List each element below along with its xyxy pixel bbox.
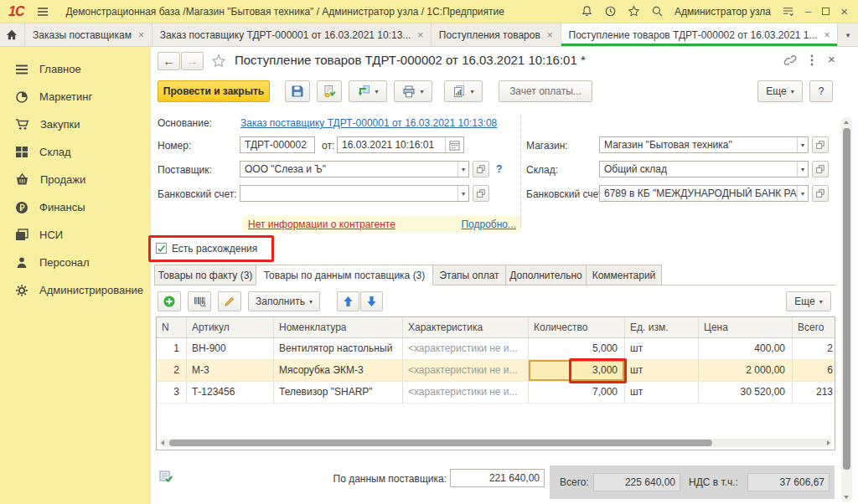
chevron-down-icon[interactable]: ▾ — [797, 186, 808, 201]
scroll-up-icon[interactable] — [844, 121, 849, 124]
details-link[interactable]: Подробно... — [461, 219, 516, 230]
view-tab-additional[interactable]: Дополнительно — [505, 265, 587, 285]
help-button[interactable]: ? — [809, 80, 833, 102]
move-row-up-button[interactable] — [337, 291, 359, 311]
sidebar-item-finance[interactable]: Финансы — [0, 193, 151, 221]
sidebar-item-personnel[interactable]: Персонал — [0, 249, 151, 276]
sidebar-item-purchases[interactable]: Закупки — [0, 111, 151, 138]
close-tab-icon[interactable]: × — [417, 29, 423, 41]
filled-by-supplier-doc-icon[interactable] — [159, 470, 173, 484]
move-row-down-button[interactable] — [360, 291, 383, 311]
col-header-unit[interactable]: Ед. изм. — [625, 317, 699, 337]
chevron-down-icon[interactable]: ▾ — [797, 162, 808, 177]
warehouse-field[interactable]: Общий склад ▾ — [599, 161, 809, 177]
post-document-button[interactable] — [317, 80, 342, 102]
open-bank-account-button[interactable] — [473, 185, 489, 202]
shop-field[interactable]: Магазин "Бытовая техника" ▾ — [599, 136, 809, 153]
more-dots-icon[interactable] — [810, 54, 814, 66]
chevron-down-icon[interactable]: ▾ — [457, 186, 468, 201]
post-and-close-button[interactable]: Провести и закрыть — [158, 80, 270, 102]
tab-goods-receipt-active[interactable]: Поступление товаров ТДРТ-000002 от 16.03… — [561, 23, 838, 46]
open-supplier-button[interactable] — [473, 161, 489, 177]
view-tab-payment-stages[interactable]: Этапы оплат — [432, 265, 506, 285]
service-menu-icon[interactable] — [782, 6, 794, 17]
col-header-total[interactable]: Всего — [793, 317, 835, 337]
calendar-icon[interactable] — [445, 137, 463, 152]
table-row[interactable]: 3 Т-123456 Телевизор "SHARP" <характерис… — [157, 382, 835, 404]
notifications-bell-icon[interactable] — [581, 5, 593, 18]
create-based-on-button[interactable]: ▾ — [349, 80, 387, 102]
col-header-quantity[interactable]: Количество — [529, 317, 625, 337]
scroll-down-icon[interactable] — [844, 496, 849, 499]
sidebar-item-main[interactable]: Главное — [0, 55, 151, 83]
close-tab-icon[interactable]: × — [824, 29, 830, 41]
forward-button[interactable]: → — [181, 52, 204, 70]
number-field[interactable]: ТДРТ-000002 — [240, 136, 315, 153]
reports-button[interactable]: ▾ — [444, 80, 483, 102]
tab-supplier-order[interactable]: Заказ поставщику ТДРТ-000001 от 16.03.20… — [152, 23, 432, 46]
favorites-star-icon[interactable] — [628, 5, 640, 18]
view-tab-comment[interactable]: Комментарий — [586, 265, 662, 285]
table-row[interactable]: 1 ВН-900 Вентилятор настольный <характер… — [157, 338, 835, 360]
supplier-help-icon[interactable]: ? — [496, 163, 502, 175]
close-document-icon[interactable]: × — [828, 53, 835, 65]
scroll-right-icon[interactable] — [827, 440, 830, 445]
close-window-button[interactable]: × — [840, 5, 848, 18]
tab-orders-list[interactable]: Заказы поставщикам × — [25, 23, 152, 46]
tab-goods-receipts-list[interactable]: Поступления товаров × — [432, 23, 561, 46]
date-field[interactable]: 16.03.2021 10:16:01 — [337, 136, 464, 153]
edit-row-button[interactable] — [218, 291, 241, 311]
maximize-button[interactable] — [822, 8, 830, 15]
col-header-price[interactable]: Цена — [699, 317, 793, 337]
table-row-selected[interactable]: 2 М-3 Мясорубка ЭКМ-3 <характеристики не… — [157, 360, 835, 382]
close-tab-icon[interactable]: × — [138, 29, 144, 41]
counterparty-warning-link[interactable]: Нет информации о контрагенте — [248, 219, 395, 230]
open-shop-button[interactable] — [812, 136, 829, 153]
bank-account2-field[interactable]: 6789 в КБ "МЕЖДУНАРОДНЫЙ БАНК РАЗ ▾ — [599, 185, 809, 202]
payment-offset-button[interactable]: Зачет оплаты... — [499, 80, 592, 102]
view-tab-goods-supplier-data[interactable]: Товары по данным поставщика (3) — [256, 265, 433, 285]
save-button[interactable] — [285, 80, 310, 102]
form-vertical-scrollbar[interactable] — [841, 117, 852, 502]
open-bank-account2-button[interactable] — [812, 185, 829, 202]
get-link-icon[interactable] — [783, 54, 797, 67]
search-icon[interactable] — [651, 5, 664, 18]
add-row-button[interactable] — [158, 291, 181, 311]
chevron-down-icon[interactable]: ▾ — [797, 137, 808, 152]
current-user[interactable]: Администратор узла — [675, 6, 771, 18]
minimize-button[interactable]: – — [805, 6, 811, 17]
sidebar-item-nsi[interactable]: НСИ — [0, 221, 151, 249]
scroll-left-icon[interactable] — [161, 440, 164, 445]
scrollbar-thumb[interactable] — [169, 440, 712, 446]
table-horizontal-scrollbar[interactable] — [159, 439, 832, 447]
supplier-total-field[interactable]: 221 640,00 — [450, 469, 545, 487]
sidebar-item-warehouse[interactable]: Склад — [0, 138, 151, 166]
main-menu-icon[interactable] — [37, 7, 49, 17]
history-icon[interactable] — [604, 5, 617, 18]
col-header-nomenclature[interactable]: Номенклатура — [274, 317, 403, 337]
sidebar-item-sales[interactable]: Продажи — [0, 166, 151, 193]
sidebar-item-marketing[interactable]: Маркетинг — [0, 83, 151, 111]
print-button[interactable]: ▾ — [394, 80, 432, 102]
view-tab-goods-fact[interactable]: Товары по факту (3) — [154, 265, 256, 285]
bank-account-field[interactable]: ▾ — [240, 185, 469, 202]
open-warehouse-button[interactable] — [812, 161, 829, 177]
scrollbar-thumb[interactable] — [843, 128, 850, 470]
favorite-star-icon[interactable] — [211, 54, 226, 69]
fill-button[interactable]: Заполнить▾ — [248, 291, 320, 311]
supplier-field[interactable]: ООО "Слеза и Ъ" ▾ — [240, 161, 469, 177]
barcode-scan-button[interactable] — [188, 291, 211, 311]
col-header-n[interactable]: N — [157, 317, 187, 337]
col-header-characteristic[interactable]: Характеристика — [403, 317, 529, 337]
close-tab-icon[interactable]: × — [547, 29, 553, 41]
table-more-button[interactable]: Еще▾ — [786, 291, 831, 311]
back-button[interactable]: ← — [158, 52, 180, 70]
home-tab[interactable] — [0, 23, 25, 46]
more-button[interactable]: Еще▾ — [757, 80, 803, 102]
tabs-overflow-dropdown[interactable]: ▾ — [838, 23, 858, 46]
chevron-down-icon[interactable]: ▾ — [457, 162, 468, 177]
pie-chart-icon — [15, 90, 39, 104]
col-header-article[interactable]: Артикул — [187, 317, 274, 337]
base-document-link[interactable]: Заказ поставщику ТДРТ-000001 от 16.03.20… — [240, 117, 497, 129]
sidebar-item-administration[interactable]: Администрирование — [0, 276, 151, 304]
